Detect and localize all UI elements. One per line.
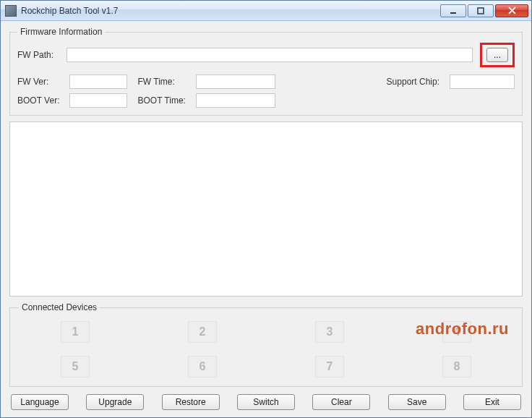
titlebar: Rockchip Batch Tool v1.7 <box>1 1 531 21</box>
device-slot-6[interactable]: 6 <box>188 356 217 378</box>
fw-path-input[interactable] <box>66 48 473 62</box>
browse-button[interactable]: ... <box>486 48 508 62</box>
log-area[interactable] <box>9 121 523 297</box>
clear-button[interactable]: Clear <box>312 394 370 410</box>
language-button[interactable]: Language <box>11 394 69 410</box>
bottom-button-bar: Language Upgrade Restore Switch Clear Sa… <box>9 394 523 410</box>
svg-rect-1 <box>478 8 484 14</box>
fw-ver-label: FW Ver: <box>17 77 59 87</box>
firmware-legend: Firmware Information <box>17 27 105 37</box>
minimize-icon <box>450 7 457 14</box>
device-slot-1[interactable]: 1 <box>61 321 90 343</box>
fw-time-input[interactable] <box>196 74 275 89</box>
close-button[interactable] <box>495 4 528 17</box>
maximize-icon <box>477 7 484 14</box>
fw-ver-input[interactable] <box>69 74 127 89</box>
support-chip-input[interactable] <box>450 74 515 89</box>
window-title: Rockchip Batch Tool v1.7 <box>21 6 440 16</box>
browse-highlight: ... <box>480 43 515 67</box>
device-slot-2[interactable]: 2 <box>188 321 217 343</box>
device-slot-4[interactable]: 4 <box>442 321 471 343</box>
minimize-button[interactable] <box>440 4 466 17</box>
upgrade-button[interactable]: Upgrade <box>86 394 144 410</box>
switch-button[interactable]: Switch <box>237 394 295 410</box>
fw-time-label: FW Time: <box>137 77 185 87</box>
maximize-button[interactable] <box>468 4 494 17</box>
device-slot-8[interactable]: 8 <box>442 356 471 378</box>
support-chip-label: Support Chip: <box>387 77 439 87</box>
device-slot-3[interactable]: 3 <box>315 321 344 343</box>
boot-ver-input[interactable] <box>69 93 127 108</box>
device-slot-5[interactable]: 5 <box>61 356 90 378</box>
window-controls <box>440 4 528 17</box>
close-icon <box>508 7 516 14</box>
devices-grid: 1 2 3 4 5 6 7 8 <box>19 320 513 379</box>
exit-button[interactable]: Exit <box>463 394 521 410</box>
devices-legend: Connected Devices <box>19 302 100 312</box>
firmware-group: Firmware Information FW Path: ... FW Ver… <box>9 27 523 116</box>
devices-group: Connected Devices androfon.ru 1 2 3 4 5 … <box>9 302 523 387</box>
restore-button[interactable]: Restore <box>162 394 220 410</box>
fw-path-label: FW Path: <box>17 50 62 60</box>
app-window: Rockchip Batch Tool v1.7 Firmware Inform… <box>0 0 532 418</box>
boot-time-label: BOOT Time: <box>137 95 185 106</box>
firmware-fields: FW Ver: FW Time: Support Chip: BOOT Ver:… <box>17 74 515 108</box>
app-icon <box>5 5 17 17</box>
boot-ver-label: BOOT Ver: <box>17 95 59 106</box>
device-slot-7[interactable]: 7 <box>315 356 344 378</box>
save-button[interactable]: Save <box>388 394 446 410</box>
client-area: Firmware Information FW Path: ... FW Ver… <box>1 21 531 417</box>
boot-time-input[interactable] <box>196 93 275 108</box>
fw-path-row: FW Path: ... <box>17 43 515 67</box>
svg-rect-0 <box>450 12 456 14</box>
